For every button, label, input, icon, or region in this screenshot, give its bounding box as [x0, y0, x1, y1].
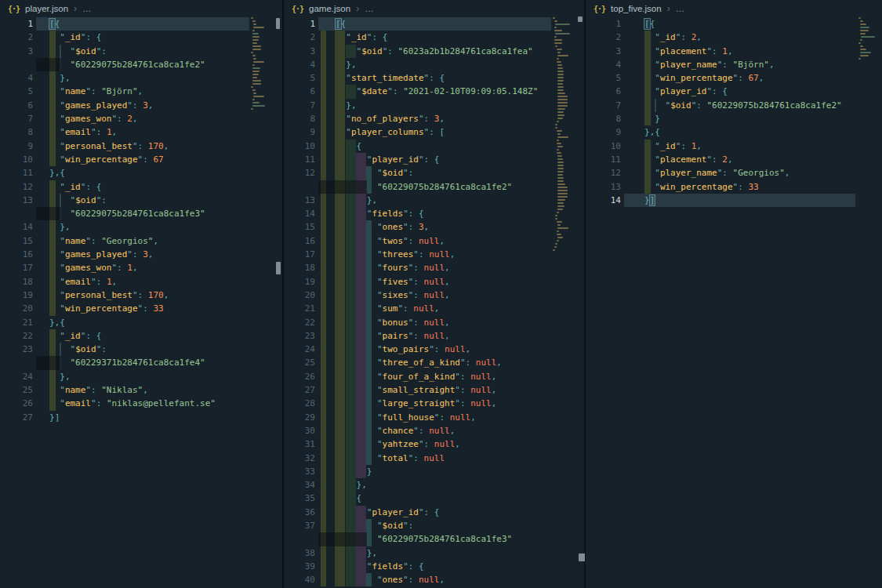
- line-number[interactable]: 6: [586, 85, 621, 98]
- line-number[interactable]: 3: [0, 45, 33, 58]
- code-line[interactable]: "60229075b284761ca8ca1fe2": [0, 58, 281, 71]
- line-number[interactable]: 2: [586, 31, 621, 44]
- breadcrumb-file-name[interactable]: top_five.json: [611, 4, 662, 13]
- line-number[interactable]: 18: [0, 275, 33, 289]
- breadcrumb-ellipsis[interactable]: …: [676, 4, 685, 13]
- code-line[interactable]: 1[{: [0, 17, 281, 31]
- code-line[interactable]: 16 "twos": null,: [284, 234, 585, 248]
- line-number[interactable]: 38: [284, 546, 315, 560]
- line-number[interactable]: 4: [0, 71, 33, 85]
- code-line[interactable]: 4 "player_name": "Björn",: [586, 58, 882, 71]
- line-number[interactable]: 21: [284, 302, 315, 315]
- code-line[interactable]: 10 "win_percentage": 67: [0, 153, 281, 166]
- code-line[interactable]: 24 "two_pairs": null,: [284, 343, 585, 356]
- code-line[interactable]: 35 {: [284, 492, 585, 505]
- line-number[interactable]: 4: [284, 58, 315, 71]
- code-line[interactable]: 3 "placement": 1,: [586, 45, 882, 58]
- line-number[interactable]: 12: [0, 180, 33, 194]
- breadcrumb-ellipsis[interactable]: …: [82, 4, 92, 13]
- line-number[interactable]: 14: [0, 220, 33, 234]
- line-number[interactable]: 23: [0, 343, 33, 356]
- code-line[interactable]: 25 "name": "Niklas",: [0, 383, 281, 397]
- code-line[interactable]: 22 "_id": {: [0, 329, 281, 343]
- code-line[interactable]: 28 "large_straight": null,: [284, 397, 585, 410]
- line-number[interactable]: 32: [284, 452, 315, 465]
- line-number[interactable]: 1: [284, 17, 315, 31]
- line-number[interactable]: 6: [0, 99, 33, 112]
- line-number[interactable]: 7: [284, 99, 315, 112]
- minimap[interactable]: [553, 17, 576, 252]
- line-number[interactable]: 25: [284, 356, 315, 369]
- code-line[interactable]: 32 "total": null: [284, 452, 585, 465]
- code-line[interactable]: 23 "pairs": null,: [284, 329, 585, 343]
- line-number[interactable]: 7: [0, 112, 33, 125]
- code-area[interactable]: 1[{2 "_id": {3 "$oid": "60229075b284761c…: [0, 17, 281, 424]
- code-line[interactable]: 6 "games_played": 3,: [0, 99, 281, 112]
- line-number[interactable]: 5: [0, 85, 33, 98]
- code-line[interactable]: 19 "personal_best": 170,: [0, 289, 281, 302]
- code-line[interactable]: 6 "$date": "2021-02-10T09:09:05.148Z": [284, 85, 585, 98]
- line-number[interactable]: 1: [0, 17, 33, 31]
- code-line[interactable]: 1[{: [586, 17, 882, 31]
- code-line[interactable]: 34 },: [284, 478, 585, 492]
- breadcrumb-file-name[interactable]: player.json: [25, 4, 68, 13]
- line-number[interactable]: 15: [0, 234, 33, 248]
- code-line[interactable]: 38 },: [284, 546, 585, 560]
- code-line[interactable]: "60229371b284761ca8ca1fe4": [0, 356, 281, 369]
- code-line[interactable]: 12 "$oid":: [284, 166, 585, 180]
- line-number[interactable]: 11: [0, 166, 33, 180]
- line-number[interactable]: 26: [0, 397, 33, 410]
- code-line[interactable]: 21},{: [0, 316, 281, 329]
- code-line[interactable]: 3 "$oid":: [0, 45, 281, 58]
- line-number[interactable]: 9: [586, 125, 621, 139]
- code-line[interactable]: 13 },: [284, 194, 585, 207]
- code-line[interactable]: 14 "fields": {: [284, 207, 585, 220]
- line-number[interactable]: 20: [0, 302, 33, 315]
- code-line[interactable]: 4 },: [0, 71, 281, 85]
- code-line[interactable]: 11 "placement": 2,: [586, 153, 882, 166]
- line-number[interactable]: 36: [284, 506, 315, 519]
- code-line[interactable]: 27}]: [0, 411, 281, 424]
- code-line[interactable]: 24 },: [0, 370, 281, 383]
- minimap[interactable]: [251, 17, 271, 111]
- code-line[interactable]: 37 "$oid":: [284, 519, 585, 532]
- code-line[interactable]: 21 "sum": null,: [284, 302, 585, 315]
- code-line[interactable]: 23 "$oid":: [0, 343, 281, 356]
- line-number[interactable]: 22: [0, 329, 33, 343]
- code-line[interactable]: 7 "$oid": "60229075b284761ca8ca1fe2": [586, 99, 882, 112]
- line-number[interactable]: 17: [0, 261, 33, 274]
- line-number[interactable]: 4: [586, 58, 621, 71]
- code-line[interactable]: 5 "win_percentage": 67,: [586, 71, 882, 85]
- code-line[interactable]: 20 "sixes": null,: [284, 289, 585, 302]
- line-number[interactable]: 27: [0, 411, 33, 424]
- line-number[interactable]: 6: [284, 85, 315, 98]
- code-line[interactable]: 8 "no_of_players": 3,: [284, 112, 585, 125]
- code-area[interactable]: 1[{2 "_id": 2,3 "placement": 1,4 "player…: [586, 17, 882, 207]
- line-number[interactable]: 20: [284, 289, 315, 302]
- code-line[interactable]: 14}]: [586, 194, 882, 207]
- code-line[interactable]: "60229075b284761ca8ca1fe3": [284, 532, 585, 546]
- code-line[interactable]: 6 "player_id": {: [586, 85, 882, 98]
- code-line[interactable]: 27 "small_straight": null,: [284, 383, 585, 397]
- code-line[interactable]: 18 "fours": null,: [284, 261, 585, 274]
- line-number[interactable]: 8: [0, 125, 33, 139]
- code-line[interactable]: 8 }: [586, 112, 882, 125]
- line-number[interactable]: 40: [284, 573, 315, 586]
- code-line[interactable]: 40 "ones": null,: [284, 573, 585, 586]
- code-line[interactable]: 15 "ones": 3,: [284, 220, 585, 234]
- code-line[interactable]: 2 "_id": {: [284, 31, 585, 44]
- line-number[interactable]: 5: [284, 71, 315, 85]
- code-line[interactable]: 12 "player_name": "Georgios",: [586, 166, 882, 180]
- line-number[interactable]: 13: [0, 194, 33, 207]
- line-number[interactable]: 24: [284, 343, 315, 356]
- code-line[interactable]: 33 }: [284, 465, 585, 478]
- line-number[interactable]: 9: [284, 125, 315, 139]
- line-number[interactable]: 12: [284, 166, 315, 180]
- line-number[interactable]: 11: [586, 153, 621, 166]
- line-number[interactable]: 16: [284, 234, 315, 248]
- code-line[interactable]: 13 "$oid":: [0, 194, 281, 207]
- code-line[interactable]: 31 "yahtzee": null,: [284, 437, 585, 451]
- line-number[interactable]: 10: [586, 140, 621, 153]
- code-line[interactable]: 8 "email": 1,: [0, 125, 281, 139]
- code-line[interactable]: 12 "_id": {: [0, 180, 281, 194]
